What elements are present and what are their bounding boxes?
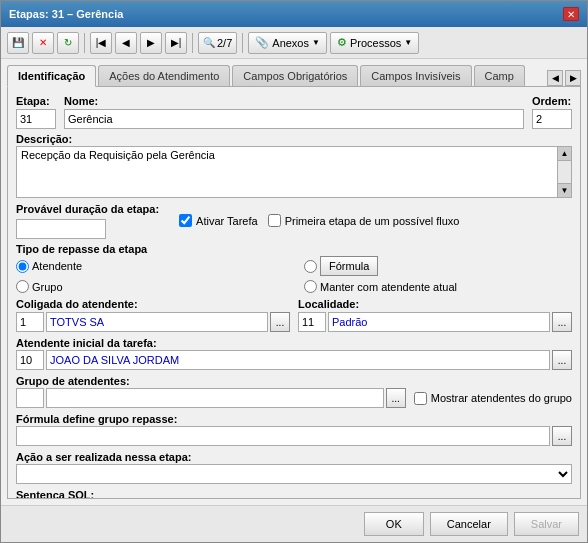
save-icon: 💾: [12, 37, 24, 48]
main-window: Etapas: 31 – Gerência ✕ 💾 ✕ ↻ |◀ ◀ ▶ ▶| …: [0, 0, 588, 543]
radio-formula[interactable]: [304, 260, 317, 273]
close-button[interactable]: ✕: [563, 7, 579, 21]
nav-next-button[interactable]: ▶: [140, 32, 162, 54]
toolbar: 💾 ✕ ↻ |◀ ◀ ▶ ▶| 🔍 2/7 📎 Anexos ▼: [1, 27, 587, 59]
descricao-scroll-down[interactable]: ▼: [558, 183, 571, 197]
duracao-input[interactable]: [16, 219, 106, 239]
search-button[interactable]: 🔍 2/7: [198, 32, 237, 54]
coligada-num-input[interactable]: [16, 312, 44, 332]
primeira-etapa-group: Primeira etapa de um possível fluxo: [268, 214, 460, 227]
formula-grupo-input[interactable]: [16, 426, 550, 446]
coligada-label: Coligada do atendente:: [16, 298, 290, 310]
localidade-num-input[interactable]: [298, 312, 326, 332]
etapa-group: Etapa:: [16, 95, 56, 129]
coligada-browse-button[interactable]: ...: [270, 312, 290, 332]
formula-grupo-group: Fórmula define grupo repasse: ...: [16, 413, 572, 446]
title-bar: Etapas: 31 – Gerência ✕: [1, 1, 587, 27]
sep1: [84, 33, 85, 53]
binoculars-icon: 🔍: [203, 37, 215, 48]
primeira-etapa-label: Primeira etapa de um possível fluxo: [285, 215, 460, 227]
mostrar-grupo-group: Mostrar atendentes do grupo: [414, 392, 572, 405]
nav-first-icon: |◀: [96, 37, 107, 48]
formula-grupo-browse-button[interactable]: ...: [552, 426, 572, 446]
tab-scroll-right-button[interactable]: ▶: [565, 70, 581, 86]
nav-prev-button[interactable]: ◀: [115, 32, 137, 54]
grupo-value-input[interactable]: [46, 388, 384, 408]
save-toolbar-button[interactable]: 💾: [7, 32, 29, 54]
tab-acoes[interactable]: Ações do Atendimento: [98, 65, 230, 86]
refresh-toolbar-button[interactable]: ↻: [57, 32, 79, 54]
radio-manter[interactable]: [304, 280, 317, 293]
delete-icon: ✕: [39, 37, 47, 48]
ordem-group: Ordem:: [532, 95, 572, 129]
mostrar-grupo-checkbox[interactable]: [414, 392, 427, 405]
checkboxes-group: Ativar Tarefa Primeira etapa de um possí…: [179, 214, 572, 228]
atendente-input-group: ...: [16, 350, 572, 370]
tabs-bar: Identificação Ações do Atendimento Campo…: [7, 65, 581, 87]
atendente-browse-button[interactable]: ...: [552, 350, 572, 370]
formula-grupo-label: Fórmula define grupo repasse:: [16, 413, 572, 425]
ordem-input[interactable]: [532, 109, 572, 129]
nav-first-button[interactable]: |◀: [90, 32, 112, 54]
coligada-group: Coligada do atendente: ...: [16, 298, 290, 332]
descricao-textarea[interactable]: Recepção da Requisição pela Gerência: [16, 146, 558, 198]
processos-button[interactable]: ⚙ Processos ▼: [330, 32, 419, 54]
nav-last-button[interactable]: ▶|: [165, 32, 187, 54]
descricao-label: Descrição:: [16, 133, 572, 145]
descricao-group: Descrição: Recepção da Requisição pela G…: [16, 133, 572, 198]
tab-camp[interactable]: Camp: [474, 65, 525, 86]
grupo-num-input[interactable]: [16, 388, 44, 408]
radio-atendente[interactable]: [16, 260, 29, 273]
sentenca-label: Sentença SQL:: [16, 489, 572, 499]
save-button[interactable]: Salvar: [514, 512, 579, 536]
nome-input[interactable]: [64, 109, 524, 129]
acao-select[interactable]: [16, 464, 572, 484]
nav-prev-icon: ◀: [122, 37, 130, 48]
nome-group: Nome:: [64, 95, 524, 129]
ok-button[interactable]: OK: [364, 512, 424, 536]
grupo-group: Grupo de atendentes: ... Mostrar atenden…: [16, 375, 572, 408]
mostrar-grupo-label: Mostrar atendentes do grupo: [431, 392, 572, 404]
duracao-group: Provável duração da etapa:: [16, 203, 159, 239]
nav-next-icon: ▶: [147, 37, 155, 48]
formula-button[interactable]: Fórmula: [320, 256, 378, 276]
page-count-label: 2/7: [217, 37, 232, 49]
grupo-row: ... Mostrar atendentes do grupo: [16, 388, 572, 408]
atendente-num-input[interactable]: [16, 350, 44, 370]
ordem-label: Ordem:: [532, 95, 572, 107]
processos-arrow-icon: ▼: [404, 38, 412, 47]
coligada-input-group: ...: [16, 312, 290, 332]
tab-identificacao[interactable]: Identificação: [7, 65, 96, 87]
radio-grupo-label-group: Grupo: [16, 280, 284, 293]
grupo-label: Grupo de atendentes:: [16, 375, 572, 387]
primeira-etapa-checkbox[interactable]: [268, 214, 281, 227]
ativar-tarefa-checkbox[interactable]: [179, 214, 192, 227]
atendente-label: Atendente inicial da tarefa:: [16, 337, 572, 349]
nome-label: Nome:: [64, 95, 524, 107]
localidade-value-input[interactable]: [328, 312, 550, 332]
sep2: [192, 33, 193, 53]
anexos-button[interactable]: 📎 Anexos ▼: [248, 32, 327, 54]
radio-grupo[interactable]: [16, 280, 29, 293]
atendente-value-input[interactable]: [46, 350, 550, 370]
radio-atendente-label: Atendente: [16, 256, 284, 276]
tab-campos-obrigatorios[interactable]: Campos Obrigatórios: [232, 65, 358, 86]
refresh-icon: ↻: [64, 37, 72, 48]
delete-toolbar-button[interactable]: ✕: [32, 32, 54, 54]
tipo-repasse-group: Tipo de repasse da etapa Atendente Fórmu…: [16, 243, 572, 293]
cancel-button[interactable]: Cancelar: [430, 512, 508, 536]
grupo-browse-button[interactable]: ...: [386, 388, 406, 408]
etapa-input[interactable]: [16, 109, 56, 129]
tab-campos-invisiveis[interactable]: Campos Invisíveis: [360, 65, 471, 86]
localidade-browse-button[interactable]: ...: [552, 312, 572, 332]
acao-group: Ação a ser realizada nessa etapa:: [16, 451, 572, 484]
tab-scroll-left-button[interactable]: ◀: [547, 70, 563, 86]
coligada-value-input[interactable]: [46, 312, 268, 332]
anexos-arrow-icon: ▼: [312, 38, 320, 47]
grupo-input-group: ...: [16, 388, 406, 408]
descricao-scroll-up[interactable]: ▲: [558, 147, 571, 161]
acao-label: Ação a ser realizada nessa etapa:: [16, 451, 572, 463]
localidade-label: Localidade:: [298, 298, 572, 310]
attachment-icon: 📎: [255, 36, 269, 49]
tipo-repasse-label: Tipo de repasse da etapa: [16, 243, 572, 255]
